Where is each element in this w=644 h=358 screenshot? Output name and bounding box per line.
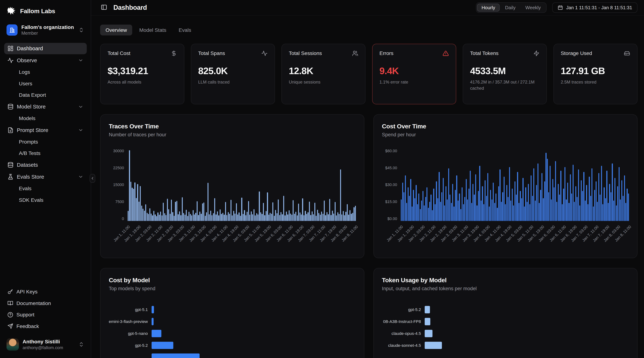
- stat-subtext: 2.5M traces stored: [561, 79, 630, 85]
- sidebar-link-support[interactable]: Support: [4, 309, 87, 320]
- bar: [621, 180, 622, 221]
- bar: [444, 205, 445, 221]
- bar: [216, 214, 216, 221]
- nav-item-label: Dashboard: [17, 45, 43, 51]
- bar: [328, 214, 329, 221]
- stat-subtext: Unique sessions: [289, 79, 358, 85]
- model-row: emini-3-flash-preview: [109, 316, 356, 328]
- bar: [301, 214, 302, 221]
- bar: [208, 183, 208, 221]
- sidebar-link-api-keys[interactable]: API Keys: [4, 286, 87, 297]
- bar: [325, 215, 326, 221]
- bar: [243, 214, 244, 221]
- bar: [577, 197, 578, 221]
- tab-overview[interactable]: Overview: [100, 24, 132, 35]
- sidebar-subitem-prompts[interactable]: Prompts: [4, 136, 87, 147]
- nav-subitem-label: Evals: [19, 185, 31, 191]
- bar: [574, 202, 575, 221]
- bar: [570, 174, 571, 221]
- bar: [217, 211, 218, 221]
- sidebar-toggle-button[interactable]: [100, 4, 108, 11]
- bar: [440, 202, 441, 221]
- org-switcher[interactable]: Fallom's organization Member: [4, 21, 87, 39]
- bar: [197, 201, 198, 221]
- sidebar-footer-links: API KeysDocumentationSupportFeedback: [4, 286, 87, 332]
- bar: [478, 191, 479, 221]
- nav-subitem-label: Data Export: [19, 92, 46, 98]
- bar: [322, 214, 324, 221]
- model-row: claude-sonnet-4.5: [382, 339, 629, 351]
- bar: [446, 186, 446, 221]
- bar: [225, 202, 226, 221]
- sidebar-item-model-store[interactable]: Model Store: [4, 101, 87, 113]
- bar: [147, 213, 148, 221]
- sidebar-subitem-sdk-evals[interactable]: SDK Evals: [4, 194, 87, 205]
- bar: [616, 205, 617, 221]
- bar: [422, 191, 424, 221]
- tab-model-stats[interactable]: Model Stats: [134, 24, 172, 35]
- tab-evals[interactable]: Evals: [173, 24, 196, 35]
- sidebar-subitem-a-b-tests[interactable]: A/B Tests: [4, 148, 87, 159]
- sidebar-subitem-users[interactable]: Users: [4, 78, 87, 89]
- granularity-option-weekly[interactable]: Weekly: [521, 3, 545, 12]
- bar: [481, 200, 482, 221]
- granularity-option-daily[interactable]: Daily: [500, 3, 520, 12]
- sidebar-subitem-evals[interactable]: Evals: [4, 183, 87, 194]
- granularity-option-hourly[interactable]: Hourly: [477, 3, 500, 12]
- sidebar-collapse-button[interactable]: [90, 174, 96, 183]
- date-range-label: Jan 1 11:51:31 - Jan 8 11:51:31: [566, 5, 632, 10]
- model-label: 0B-A3B-Instruct-FP8: [382, 319, 425, 324]
- stat-label: Total Cost: [108, 50, 130, 56]
- chevron-down-icon: [78, 58, 83, 63]
- bar: [289, 210, 290, 221]
- bar: [493, 182, 494, 221]
- bar: [224, 215, 224, 221]
- sidebar-item-datasets[interactable]: Datasets: [4, 159, 87, 171]
- sidebar-subitem-logs[interactable]: Logs: [4, 67, 87, 78]
- user-email: anthony@fallom.com: [23, 345, 75, 350]
- bar: [321, 211, 322, 221]
- content: OverviewModel StatsEvals Total Cost$3,31…: [91, 15, 644, 358]
- sidebar-link-feedback[interactable]: Feedback: [4, 321, 87, 332]
- model-bar: [152, 306, 154, 313]
- bar: [610, 192, 612, 221]
- stat-label: Errors: [380, 50, 393, 56]
- stat-value: 9.4K: [380, 65, 449, 76]
- bar: [417, 204, 418, 221]
- sidebar-item-evals-store[interactable]: Evals Store: [4, 171, 87, 182]
- bar: [429, 202, 430, 221]
- chart-subtitle: Top models by spend: [109, 286, 356, 291]
- sidebar-item-prompt-store[interactable]: Prompt Store: [4, 124, 87, 136]
- bar: [276, 213, 278, 221]
- bar: [547, 159, 548, 221]
- bar: [435, 204, 436, 221]
- bar: [551, 199, 552, 221]
- bar: [421, 200, 422, 221]
- stat-card-total-spans: Total Spans825.0KLLM calls traced: [191, 44, 275, 105]
- bar: [441, 192, 442, 221]
- stat-card-total-tokens: Total Tokens4533.5M4176.2M in / 357.3M o…: [463, 44, 547, 105]
- bar: [329, 199, 330, 221]
- bar: [428, 208, 429, 221]
- bar: [294, 214, 295, 221]
- chevron-down-icon: [78, 128, 83, 133]
- model-bar: [425, 306, 430, 313]
- sidebar-subitem-data-export[interactable]: Data Export: [4, 89, 87, 101]
- bar: [237, 214, 238, 221]
- bar: [593, 206, 594, 221]
- sidebar-subitem-models[interactable]: Models: [4, 113, 87, 124]
- bar: [222, 213, 223, 221]
- bar: [459, 193, 460, 221]
- y-axis-tick: 30000: [113, 149, 124, 153]
- nav-item-label: Prompt Store: [17, 127, 48, 133]
- user-menu[interactable]: Anthony Sistilli anthony@fallom.com: [4, 336, 87, 353]
- bar: [252, 214, 253, 221]
- date-range-button[interactable]: Jan 1 11:51:31 - Jan 8 11:51:31: [552, 2, 637, 13]
- sidebar-item-observe[interactable]: Observe: [4, 55, 87, 66]
- bar: [475, 174, 476, 221]
- sidebar-link-documentation[interactable]: Documentation: [4, 298, 87, 309]
- bar: [339, 214, 340, 221]
- chevrons-up-down-icon: [78, 342, 84, 347]
- chart-title: Token Usage by Model: [382, 277, 629, 284]
- sidebar-item-dashboard[interactable]: Dashboard: [4, 43, 87, 54]
